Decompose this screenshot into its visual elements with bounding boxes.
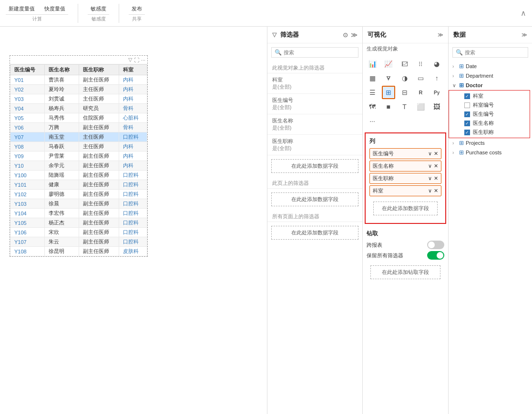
tree-header-1[interactable]: › ⊞ Department bbox=[449, 71, 532, 81]
table-row[interactable]: Y04杨寿兵研究员骨科 bbox=[10, 104, 147, 113]
col-remove-0[interactable]: ✕ bbox=[434, 151, 438, 157]
checkbox-unchecked-1 bbox=[464, 102, 470, 108]
tree-header-0[interactable]: › ⊞ Date bbox=[449, 61, 532, 71]
table-row[interactable]: Y10余学元副主任医师内科 bbox=[10, 161, 147, 171]
sensitivity-button[interactable]: 敏感度 bbox=[88, 4, 109, 13]
viz-r[interactable]: R bbox=[414, 86, 427, 99]
table-row[interactable]: Y07南玉堂主任医师口腔科 bbox=[10, 132, 147, 142]
viz-area-chart[interactable]: 🗠 bbox=[398, 57, 411, 71]
col-item-1[interactable]: 医生名称 ∨ ✕ bbox=[369, 161, 441, 172]
table-icon: ⊞ bbox=[459, 72, 464, 79]
filter-item-1[interactable]: 医生编号 是(全部) bbox=[267, 94, 362, 114]
viz-image[interactable]: 🖼 bbox=[430, 100, 443, 113]
col-remove-2[interactable]: ✕ bbox=[434, 175, 438, 182]
table-row[interactable]: Y104李宏伟副主任医师口腔科 bbox=[10, 209, 147, 218]
viz-py[interactable]: Py bbox=[430, 86, 443, 99]
filter-panel: ▽ 筛选器 ⊙ ≫ 🔍 此视觉对象上的筛选器 科室 是(全部)医生编号 是(全部… bbox=[267, 27, 363, 414]
new-measure-button[interactable]: 新建度量值 bbox=[6, 4, 38, 13]
viz-kpi[interactable]: ↑ bbox=[430, 71, 443, 85]
add-drill-field[interactable]: 在此处添加钻取字段 bbox=[370, 265, 440, 279]
table-row[interactable]: Y08马春跃主任医师内科 bbox=[10, 142, 147, 151]
viz-pie[interactable]: ◕ bbox=[430, 57, 443, 71]
viz-map[interactable]: 🗺 bbox=[366, 100, 379, 113]
tree-header-2[interactable]: ∨ ⊞ Doctor bbox=[449, 81, 532, 90]
col-chevron-0[interactable]: ∨ bbox=[428, 151, 432, 157]
cell-12-2: 副主任医师 bbox=[79, 190, 119, 199]
viz-bar-chart[interactable]: 📊 bbox=[366, 57, 379, 71]
viz-gauge[interactable]: ◑ bbox=[398, 71, 411, 85]
tree-child-2-2[interactable]: ✓医生编号 bbox=[460, 110, 530, 119]
filter-item-3[interactable]: 医生职称 是(全部) bbox=[267, 135, 362, 155]
col-chevron-1[interactable]: ∨ bbox=[428, 163, 432, 169]
cell-8-0: Y09 bbox=[10, 151, 45, 161]
table-row[interactable]: Y09尹雪莱副主任医师内科 bbox=[10, 151, 147, 161]
data-panel-expand[interactable]: ≫ bbox=[522, 32, 527, 38]
table-row[interactable]: Y05马秀伟住院医师心脏科 bbox=[10, 113, 147, 123]
table-row[interactable]: Y02夏玲玲主任医师内科 bbox=[10, 85, 147, 94]
table-row[interactable]: Y03刘贯诚主任医师内科 bbox=[10, 94, 147, 104]
collapse-icon[interactable]: ∧ bbox=[521, 9, 526, 18]
table-row[interactable]: Y100陆旖瑶副主任医师口腔科 bbox=[10, 171, 147, 180]
drill-cross-report-toggle[interactable] bbox=[427, 241, 444, 249]
cell-6-2: 主任医师 bbox=[79, 132, 119, 142]
data-search-input[interactable] bbox=[465, 50, 525, 55]
add-field-this-visual[interactable]: 在此处添加数据字段 bbox=[271, 159, 358, 173]
tree-child-2-3[interactable]: ✓医生名称 bbox=[460, 119, 530, 128]
cell-16-0: Y106 bbox=[10, 228, 45, 237]
col-item-3[interactable]: 科室 ∨ ✕ bbox=[369, 185, 441, 196]
add-col-field[interactable]: 在此处添加数据字段 bbox=[373, 202, 438, 215]
col-remove-3[interactable]: ✕ bbox=[434, 188, 438, 194]
table-row[interactable]: Y06万腾副主任医师骨科 bbox=[10, 123, 147, 132]
drill-keep-filters-toggle[interactable] bbox=[427, 251, 444, 260]
viz-treemap[interactable]: ▦ bbox=[366, 71, 379, 85]
expand-icon[interactable]: ⛶ bbox=[134, 57, 139, 63]
cell-0-3: 内科 bbox=[119, 75, 147, 85]
col-name-1: 医生名称 bbox=[373, 162, 394, 170]
cell-14-0: Y104 bbox=[10, 209, 45, 218]
viz-scatter[interactable]: ⁝⁝ bbox=[414, 57, 427, 71]
table-row[interactable]: Y103徐晨副主任医师口腔科 bbox=[10, 199, 147, 209]
table-row[interactable]: Y107朱云副主任医师口腔科 bbox=[10, 237, 147, 247]
table-row[interactable]: Y01曹洪喜副主任医师内科 bbox=[10, 75, 147, 85]
col-remove-1[interactable]: ✕ bbox=[434, 163, 438, 169]
filter-item-0[interactable]: 科室 是(全部) bbox=[267, 73, 362, 94]
viz-card[interactable]: ▭ bbox=[414, 71, 427, 85]
table-row[interactable]: Y101健康副主任医师口腔科 bbox=[10, 180, 147, 190]
filter-icon[interactable]: ▽ bbox=[128, 57, 132, 63]
more-icon[interactable]: ··· bbox=[141, 57, 145, 63]
viz-line-chart[interactable]: 📈 bbox=[382, 57, 395, 71]
viz-expand[interactable]: ≫ bbox=[438, 32, 443, 38]
filter-item-2[interactable]: 医生名称 是(全部) bbox=[267, 114, 362, 135]
viz-button[interactable]: ⬜ bbox=[414, 100, 427, 113]
col-item-0[interactable]: 医生编号 ∨ ✕ bbox=[369, 148, 441, 159]
add-field-this-page[interactable]: 在此处添加数据字段 bbox=[271, 192, 358, 206]
col-item-2[interactable]: 医生职称 ∨ ✕ bbox=[369, 173, 441, 184]
quick-measure-button[interactable]: 快度量值 bbox=[41, 4, 68, 13]
viz-shape[interactable]: ■ bbox=[382, 100, 395, 113]
add-field-all-pages[interactable]: 在此处添加数据字段 bbox=[271, 226, 358, 240]
table-row[interactable]: Y102廖明德副主任医师口腔科 bbox=[10, 190, 147, 199]
filter-panel-icon1[interactable]: ⊙ bbox=[343, 31, 348, 39]
filter-panel-expand[interactable]: ≫ bbox=[351, 31, 358, 39]
filter-search-input[interactable] bbox=[284, 50, 355, 55]
tree-header-3[interactable]: › ⊞ Projects bbox=[449, 138, 532, 148]
viz-table[interactable]: ⊞ bbox=[382, 86, 395, 99]
viz-slicer[interactable]: ☰ bbox=[366, 86, 379, 99]
tree-child-2-1[interactable]: 科室编号 bbox=[460, 101, 530, 110]
publish-button[interactable]: 发布 bbox=[129, 4, 145, 13]
table-row[interactable]: Y108徐昆明副主任医师皮肤科 bbox=[10, 247, 147, 256]
viz-textbox[interactable]: T bbox=[398, 100, 411, 113]
table-row[interactable]: Y106宋欣副主任医师口腔科 bbox=[10, 228, 147, 237]
viz-matrix[interactable]: ⊟ bbox=[398, 86, 411, 99]
col-chevron-2[interactable]: ∨ bbox=[428, 175, 432, 182]
viz-funnel[interactable]: ⛛ bbox=[382, 71, 395, 85]
data-search-box[interactable]: 🔍 bbox=[452, 47, 528, 58]
tree-header-4[interactable]: › ⊞ Purchase costs bbox=[449, 148, 532, 157]
tree-child-2-4[interactable]: ✓医生职称 bbox=[460, 128, 530, 137]
tree-child-2-0[interactable]: ✓科室 bbox=[460, 91, 530, 101]
viz-more[interactable]: ··· bbox=[366, 114, 379, 128]
tree-item-doctor: ∨ ⊞ Doctor✓科室科室编号✓医生编号✓医生名称✓医生职称 bbox=[449, 81, 532, 138]
col-chevron-3[interactable]: ∨ bbox=[428, 188, 432, 194]
filter-search-box[interactable]: 🔍 bbox=[271, 47, 358, 58]
table-row[interactable]: Y105杨正杰副主任医师口腔科 bbox=[10, 218, 147, 228]
